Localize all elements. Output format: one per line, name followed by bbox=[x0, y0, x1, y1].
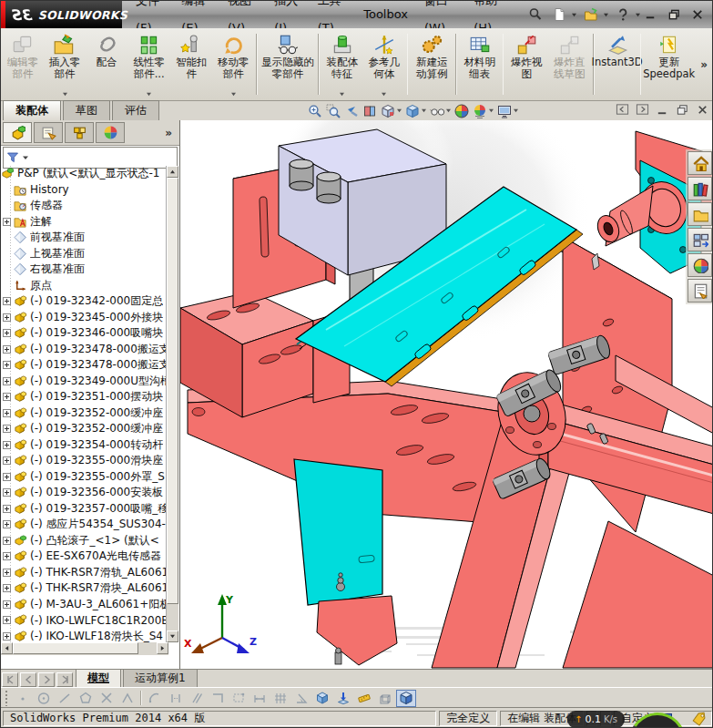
expand-toggle-icon[interactable] bbox=[3, 297, 11, 305]
tree-item[interactable]: (-) 感应片54354_SUS304- bbox=[1, 517, 168, 533]
filter-funnel-icon[interactable] bbox=[6, 151, 19, 164]
chevron-down-icon[interactable] bbox=[230, 92, 237, 97]
tree-item[interactable]: (-) 019-32354-000转动杆 bbox=[1, 437, 168, 454]
polygon-tool-button[interactable] bbox=[76, 690, 96, 707]
arc-tool-button[interactable] bbox=[145, 690, 165, 707]
chevron-down-icon[interactable] bbox=[381, 92, 387, 97]
tree-item[interactable]: (-) 019-323478-000搬运支 bbox=[1, 357, 168, 374]
expand-toggle-icon[interactable] bbox=[3, 361, 11, 369]
expand-toggle-icon[interactable] bbox=[3, 520, 11, 528]
toolbar-button-exploded-view[interactable]: 爆炸视图 bbox=[505, 30, 547, 98]
tree-item[interactable]: (-) 019-32349-000U型沟槽 bbox=[1, 374, 168, 390]
expand-toggle-icon[interactable] bbox=[3, 488, 11, 497]
toolbar-button-insert-component[interactable]: 插入零部件 bbox=[44, 30, 86, 98]
section-view-button[interactable] bbox=[362, 104, 378, 118]
edit-appearance-button[interactable] bbox=[453, 104, 470, 118]
tree-item[interactable]: (-) 019-32356-000安装板 bbox=[1, 485, 168, 501]
tree-item[interactable]: History bbox=[1, 182, 168, 199]
circle-tool-button[interactable] bbox=[34, 690, 54, 707]
toolbar-button-assembly-features[interactable]: 装配体特征 bbox=[321, 30, 363, 98]
trim-tool-button[interactable] bbox=[97, 690, 117, 707]
toolbar-button-reference-geometry[interactable]: 参考几何体 bbox=[363, 30, 405, 98]
tree-item[interactable]: 前视基准面 bbox=[1, 230, 168, 246]
chamfer-tool-button[interactable] bbox=[117, 690, 138, 707]
restore-button[interactable] bbox=[665, 6, 683, 23]
scroll-up-button[interactable] bbox=[167, 166, 178, 178]
chevron-down-icon[interactable] bbox=[396, 108, 402, 113]
chevron-down-icon[interactable] bbox=[513, 108, 519, 113]
ribbon-tab-1[interactable]: 装配体 bbox=[3, 100, 61, 120]
tree-item[interactable]: (-) 019-32352-000缓冲座 bbox=[1, 421, 168, 437]
normal-to-tool-button[interactable] bbox=[333, 690, 353, 707]
search-icon[interactable] bbox=[525, 5, 545, 24]
grid-pattern-tool-button[interactable] bbox=[270, 690, 290, 707]
expand-toggle-icon[interactable] bbox=[3, 505, 11, 513]
view-settings-button[interactable] bbox=[496, 104, 513, 118]
tree-item[interactable]: (-) 凸轮滚子_<1> (默认< bbox=[1, 533, 168, 549]
construction-geometry-tool-button[interactable] bbox=[229, 690, 249, 707]
expand-toggle-icon[interactable] bbox=[3, 393, 11, 401]
configurationmanager-tab[interactable] bbox=[65, 122, 94, 143]
tree-item[interactable]: (-) 019-32351-000摆动块 bbox=[1, 389, 168, 405]
displaymanager-tab[interactable] bbox=[96, 122, 125, 143]
toolbar-button-motion-study[interactable]: 新建运动算例 bbox=[410, 30, 453, 98]
close-button[interactable] bbox=[688, 6, 707, 23]
hide-show-items-button[interactable] bbox=[429, 104, 445, 118]
doc-restore-button[interactable] bbox=[675, 103, 690, 117]
line-tool-button[interactable] bbox=[55, 690, 75, 707]
shaded-cube-tool-button[interactable] bbox=[396, 690, 416, 707]
zoom-to-area-button[interactable] bbox=[325, 104, 341, 118]
angle-tool-button[interactable] bbox=[291, 690, 311, 707]
design-library-tab[interactable] bbox=[688, 177, 712, 200]
scroll-left-button[interactable] bbox=[1, 642, 13, 654]
open-document-button[interactable] bbox=[581, 5, 601, 24]
expand-toggle-icon[interactable] bbox=[3, 632, 11, 641]
view-orientation-button[interactable] bbox=[380, 104, 396, 118]
tree-item[interactable]: (-) 019-32355-000外罩_S bbox=[1, 469, 168, 486]
expand-toggle-icon[interactable] bbox=[3, 473, 11, 481]
tree-item[interactable]: (-) THK-RSR7滑块_AL6061 bbox=[1, 580, 168, 597]
collapse-right-button[interactable] bbox=[635, 103, 650, 117]
propertymanager-tab[interactable] bbox=[34, 122, 63, 143]
chevron-down-icon[interactable] bbox=[146, 92, 152, 97]
file-explorer-tab[interactable] bbox=[688, 202, 712, 226]
toolbar-button-instant3d[interactable]: Instant3D bbox=[596, 30, 638, 98]
tree-item[interactable]: (-) M-3AU-3_AL6061+阳极 bbox=[1, 597, 168, 613]
vertical-scroll-thumb[interactable] bbox=[167, 178, 178, 604]
feature-manager-overflow[interactable]: » bbox=[165, 127, 178, 139]
tree-item[interactable]: (-) 019-32345-000外接块 bbox=[1, 310, 168, 326]
home-tab[interactable] bbox=[688, 151, 712, 175]
help-button[interactable] bbox=[613, 5, 633, 24]
nav-next-button[interactable] bbox=[38, 672, 55, 687]
previous-view-button[interactable] bbox=[343, 104, 360, 118]
expand-toggle-icon[interactable] bbox=[3, 441, 11, 449]
mirror-tool-button[interactable] bbox=[166, 690, 186, 707]
expand-toggle-icon[interactable] bbox=[3, 218, 11, 226]
chevron-down-icon[interactable] bbox=[62, 92, 68, 97]
toolbar-button-show-hidden[interactable]: 显示隐藏的零部件 bbox=[260, 30, 316, 98]
new-document-button[interactable] bbox=[549, 5, 569, 24]
expand-toggle-icon[interactable] bbox=[3, 313, 11, 322]
appearances-tab[interactable] bbox=[688, 253, 712, 277]
scroll-down-button[interactable] bbox=[167, 631, 178, 642]
toolbar-button-bom[interactable]: 材料明细表 bbox=[459, 30, 501, 98]
iso-cube-tool-button[interactable] bbox=[312, 690, 332, 707]
sketch-point-button[interactable] bbox=[13, 690, 33, 707]
doc-close-button[interactable] bbox=[695, 103, 710, 117]
measure-tool-button[interactable] bbox=[354, 690, 374, 707]
filter-dropdown-icon[interactable] bbox=[22, 155, 29, 160]
tree-item[interactable]: (-) IKO-LWLFC18C1R200BP bbox=[1, 612, 168, 629]
expand-toggle-icon[interactable] bbox=[3, 377, 11, 385]
tree-horizontal-scrollbar[interactable] bbox=[1, 642, 168, 655]
tree-item[interactable]: (-) 019-32355-000滑块座 bbox=[1, 453, 168, 469]
doc-minimize-button[interactable] bbox=[655, 103, 670, 117]
expand-toggle-icon[interactable] bbox=[3, 552, 11, 560]
tree-item[interactable]: (-) THK-RSR7滑轨_AL6061 bbox=[1, 565, 168, 581]
view-palette-tab[interactable] bbox=[688, 228, 712, 251]
open-document-button-dropdown-icon[interactable] bbox=[603, 13, 609, 17]
expand-toggle-icon[interactable] bbox=[3, 537, 11, 545]
display-style-button[interactable] bbox=[404, 104, 421, 118]
tree-item[interactable]: 传感器 bbox=[1, 198, 168, 214]
featuremanager-tree-tab[interactable] bbox=[3, 122, 32, 143]
minimize-button[interactable] bbox=[641, 6, 659, 23]
